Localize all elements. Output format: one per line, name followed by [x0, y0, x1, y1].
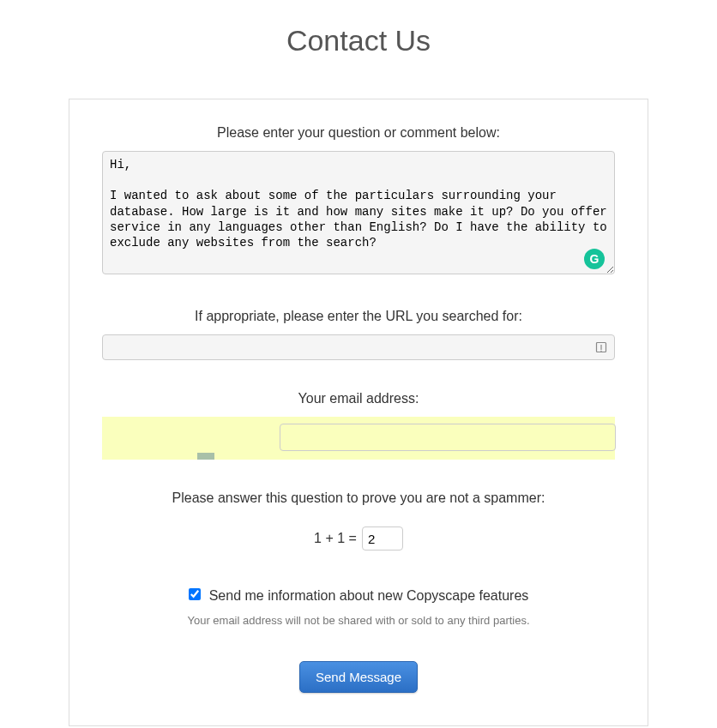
question-field-wrap: G [102, 151, 615, 278]
send-message-button[interactable]: Send Message [299, 661, 418, 693]
email-autofill-highlight [102, 417, 615, 460]
email-input[interactable] [280, 424, 616, 451]
url-label: If appropriate, please enter the URL you… [102, 309, 615, 324]
privacy-note: Your email address will not be shared wi… [102, 614, 615, 627]
url-input[interactable] [102, 334, 615, 360]
captcha-input[interactable] [362, 526, 403, 551]
page-title: Contact Us [0, 0, 717, 99]
keyboard-icon [594, 340, 608, 354]
captcha-math-row: 1 + 1 = [314, 526, 403, 551]
submit-row: Send Message [102, 661, 615, 693]
email-label: Your email address: [102, 391, 615, 406]
contact-form-card: Please enter your question or comment be… [69, 99, 648, 726]
question-label: Please enter your question or comment be… [102, 125, 615, 141]
captcha-section: Please answer this question to prove you… [102, 490, 615, 551]
question-input[interactable] [102, 151, 615, 274]
url-field-wrap [102, 334, 615, 360]
svg-point-2 [600, 351, 601, 352]
captcha-question: 1 + 1 = [314, 531, 357, 546]
email-section: Your email address: [102, 391, 615, 460]
subscribe-label-wrap[interactable]: Send me information about new Copyscape … [189, 588, 529, 604]
subscribe-row: Send me information about new Copyscape … [102, 588, 615, 605]
captcha-label: Please answer this question to prove you… [102, 490, 615, 506]
subscribe-label: Send me information about new Copyscape … [209, 588, 529, 604]
subscribe-checkbox[interactable] [189, 588, 201, 600]
autofill-marker [197, 453, 214, 460]
